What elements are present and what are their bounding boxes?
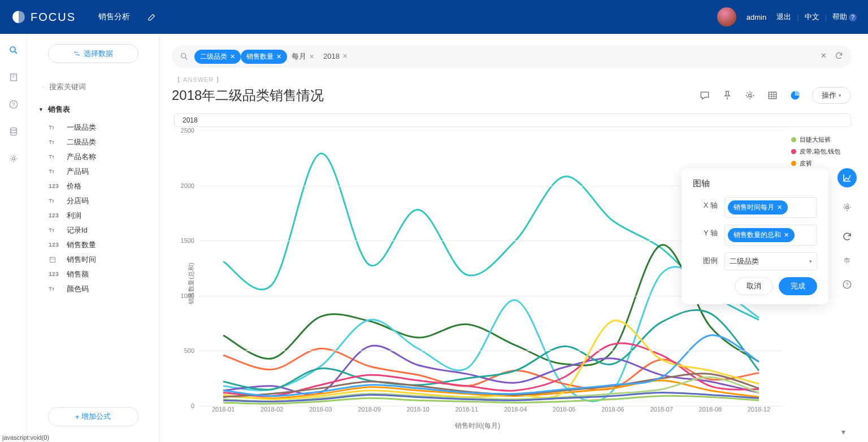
pin-icon[interactable] bbox=[722, 90, 733, 101]
x-axis-title: 销售时间(每月) bbox=[455, 421, 500, 431]
user-avatar[interactable] bbox=[717, 7, 736, 27]
field-item[interactable]: ⊤T产品名称 bbox=[38, 150, 147, 164]
axis-config-icon[interactable] bbox=[837, 168, 857, 187]
field-item[interactable]: ⊤T二级品类 bbox=[38, 135, 147, 150]
search-icon[interactable] bbox=[8, 45, 19, 55]
x-axis-dropzone[interactable]: 销售时间每月✕ bbox=[724, 197, 817, 218]
axis-config-panel: 图轴 X 轴 销售时间每月✕ Y 轴 销售数量的总和✕ 图例 二级品 bbox=[682, 168, 828, 304]
year-tab-2018[interactable]: 2018 bbox=[174, 113, 851, 127]
search-small-icon bbox=[42, 83, 45, 91]
y-axis-label: Y 轴 bbox=[693, 225, 718, 238]
y-tick: 0 bbox=[191, 402, 199, 409]
x-tick: 2018-01 bbox=[212, 406, 235, 413]
settings-icon[interactable] bbox=[744, 90, 756, 101]
reset-icon[interactable] bbox=[837, 227, 857, 246]
status-bar: javascript:void(0) bbox=[2, 434, 49, 441]
main-content: 二级品类✕销售数量✕每月✕2018✕ ✕ 【 ANSWER 】 2018年二级品… bbox=[159, 34, 868, 442]
query-bar[interactable]: 二级品类✕销售数量✕每月✕2018✕ ✕ bbox=[172, 45, 851, 68]
query-chip[interactable]: 每月✕ bbox=[287, 49, 319, 64]
chart-help-icon[interactable]: ? bbox=[837, 275, 857, 294]
nav-sales-analysis[interactable]: 销售分析 bbox=[98, 12, 130, 22]
table-name: 销售表 bbox=[48, 104, 70, 115]
svg-point-9 bbox=[749, 94, 752, 97]
query-chip[interactable]: 二级品类✕ bbox=[194, 50, 241, 64]
confirm-button[interactable]: 完成 bbox=[779, 277, 817, 295]
query-search-icon bbox=[180, 52, 189, 61]
field-item[interactable]: ⊤T一级品类 bbox=[38, 120, 147, 135]
help-link[interactable]: 帮助? bbox=[832, 12, 857, 22]
x-tick: 2018-04 bbox=[504, 406, 527, 413]
field-search[interactable] bbox=[38, 80, 147, 93]
legend-more-icon[interactable]: ▾ bbox=[841, 427, 845, 436]
x-tick: 2018-05 bbox=[553, 406, 575, 413]
svg-point-0 bbox=[10, 47, 15, 52]
bookmark-icon[interactable] bbox=[8, 72, 19, 82]
legend-field-label: 图例 bbox=[693, 252, 718, 266]
x-tick: 2018-03 bbox=[309, 406, 332, 413]
field-item[interactable]: ⊤T分店码 bbox=[38, 194, 147, 208]
edit-icon[interactable] bbox=[147, 12, 157, 22]
username[interactable]: admin bbox=[747, 13, 766, 21]
logout-link[interactable]: 退出 bbox=[776, 12, 791, 22]
field-item[interactable]: 123销售数量 bbox=[38, 238, 147, 252]
legend-item[interactable]: 目睫大短裤 bbox=[791, 134, 851, 146]
x-tick: 2018-07 bbox=[650, 406, 672, 413]
x-tick: 2018-06 bbox=[601, 406, 624, 413]
help-circle-icon[interactable]: ? bbox=[8, 99, 19, 110]
field-search-input[interactable] bbox=[49, 82, 144, 91]
gear-icon[interactable] bbox=[8, 154, 19, 164]
chart-tool-rail: 巾 ? bbox=[837, 168, 857, 294]
field-item[interactable]: 123价格 bbox=[38, 179, 147, 194]
database-icon[interactable] bbox=[8, 126, 19, 137]
y-axis-chip[interactable]: 销售数量的总和✕ bbox=[728, 228, 795, 242]
select-data-label: 选择数据 bbox=[84, 49, 113, 59]
y-tick: 1000 bbox=[181, 292, 199, 299]
legend-item[interactable]: 皮裤 bbox=[791, 157, 851, 169]
swap-icon bbox=[73, 50, 80, 57]
chart-settings-icon[interactable] bbox=[837, 198, 857, 217]
y-axis-dropzone[interactable]: 销售数量的总和✕ bbox=[724, 225, 817, 246]
table-tree-header[interactable]: ▼ 销售表 bbox=[38, 104, 147, 115]
table-view-icon[interactable] bbox=[767, 90, 778, 101]
svg-rect-10 bbox=[769, 92, 776, 99]
brand-logo[interactable]: FOCUS bbox=[11, 10, 76, 24]
clear-query-icon[interactable]: ✕ bbox=[821, 51, 827, 62]
x-axis-label: X 轴 bbox=[693, 197, 718, 211]
x-tick: 2018-08 bbox=[699, 406, 722, 413]
x-tick: 2018-12 bbox=[748, 406, 770, 413]
chart-view-icon[interactable] bbox=[789, 90, 801, 101]
x-tick: 2018-11 bbox=[455, 406, 478, 413]
svg-text:?: ? bbox=[846, 282, 849, 287]
comment-icon[interactable] bbox=[699, 90, 710, 101]
svg-point-6 bbox=[42, 86, 44, 87]
refresh-query-icon[interactable] bbox=[835, 51, 843, 62]
query-chip[interactable]: 销售数量✕ bbox=[241, 50, 287, 64]
svg-text:?: ? bbox=[12, 102, 15, 107]
x-axis-chip[interactable]: 销售时间每月✕ bbox=[728, 200, 788, 215]
select-data-button[interactable]: 选择数据 bbox=[48, 44, 138, 63]
page-title: 2018年二级品类销售情况 bbox=[172, 86, 324, 104]
field-item[interactable]: 123利润 bbox=[38, 208, 147, 223]
axis-panel-title: 图轴 bbox=[693, 178, 817, 189]
y-tick: 1500 bbox=[181, 237, 199, 244]
field-item[interactable]: ⊤T产品码 bbox=[38, 164, 147, 179]
x-tick: 2018-09 bbox=[358, 406, 380, 413]
svg-rect-7 bbox=[50, 257, 55, 262]
legend-item[interactable]: 皮带,箱包,钱包 bbox=[791, 146, 851, 157]
y-tick: 2500 bbox=[181, 127, 199, 134]
brand-text: FOCUS bbox=[31, 11, 76, 24]
query-chip[interactable]: 2018✕ bbox=[319, 50, 352, 63]
x-tick: 2018-10 bbox=[407, 406, 429, 413]
cancel-button[interactable]: 取消 bbox=[735, 277, 773, 295]
x-tick: 2018-02 bbox=[261, 406, 283, 413]
legend-select[interactable]: 二级品类▾ bbox=[724, 252, 817, 270]
field-item[interactable]: 123销售额 bbox=[38, 267, 147, 282]
language-toggle[interactable]: 中文 bbox=[805, 12, 819, 22]
y-tick: 2000 bbox=[181, 182, 199, 189]
operations-button[interactable]: 操作 ▾ bbox=[812, 87, 851, 104]
field-item[interactable]: 销售时间 bbox=[38, 252, 147, 267]
left-rail: ? bbox=[0, 34, 27, 442]
add-formula-button[interactable]: +增加公式 bbox=[48, 407, 138, 426]
field-item[interactable]: ⊤T颜色码 bbox=[38, 282, 147, 296]
field-item[interactable]: ⊤T记录Id bbox=[38, 223, 147, 238]
